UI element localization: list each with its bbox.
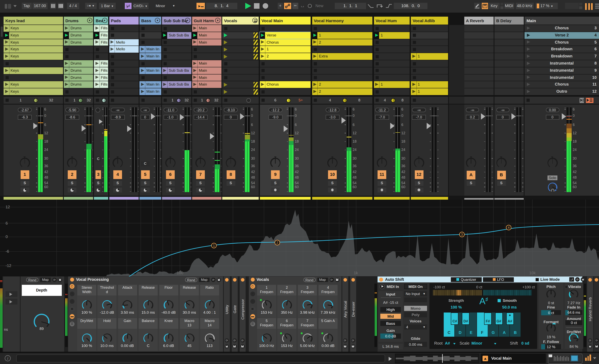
svg-text:3: 3	[461, 233, 463, 236]
svg-text:1: 1	[213, 244, 215, 247]
svg-text:10k: 10k	[529, 271, 536, 275]
svg-text:-6: -6	[6, 249, 9, 253]
svg-text:100: 100	[177, 271, 183, 275]
svg-text:0: 0	[6, 234, 8, 239]
svg-text:6: 6	[6, 221, 8, 225]
svg-text:2: 2	[276, 241, 278, 244]
svg-text:12: 12	[6, 205, 10, 209]
svg-text:-12: -12	[6, 263, 11, 268]
svg-text:4: 4	[508, 226, 510, 229]
svg-text:1k: 1k	[354, 271, 358, 275]
